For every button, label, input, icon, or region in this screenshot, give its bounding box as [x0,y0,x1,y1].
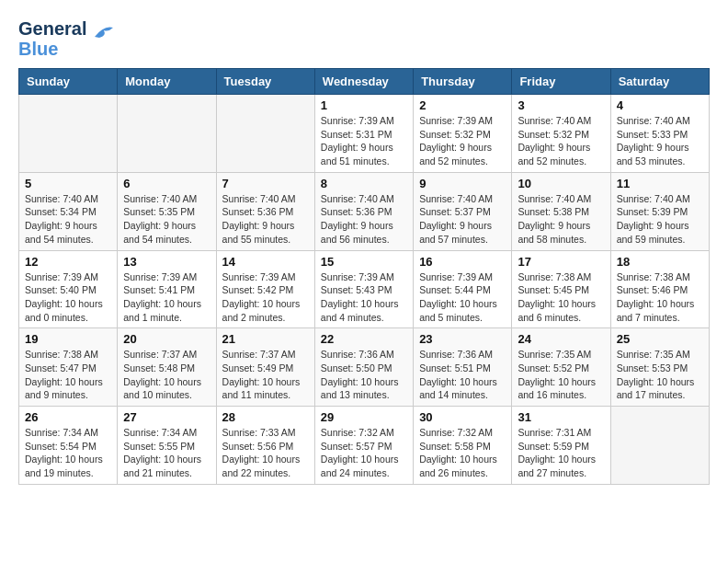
cell-day-info: Sunrise: 7:40 AM Sunset: 5:34 PM Dayligh… [25,192,111,247]
cell-day-number: 7 [222,177,309,190]
cell-day-number: 21 [222,332,309,346]
weekday-header-cell: Sunday [19,69,118,95]
cell-day-info: Sunrise: 7:39 AM Sunset: 5:32 PM Dayligh… [419,114,506,168]
cell-day-number: 16 [419,255,506,269]
calendar-cell: 21Sunrise: 7:37 AM Sunset: 5:49 PM Dayli… [216,328,314,407]
calendar-cell: 28Sunrise: 7:33 AM Sunset: 5:56 PM Dayli… [216,407,314,485]
calendar-cell [610,407,709,485]
calendar-week-row: 26Sunrise: 7:34 AM Sunset: 5:54 PM Dayli… [19,407,710,485]
calendar-cell: 9Sunrise: 7:40 AM Sunset: 5:37 PM Daylig… [414,172,512,250]
cell-day-info: Sunrise: 7:35 AM Sunset: 5:52 PM Dayligh… [518,348,604,402]
calendar-cell: 31Sunrise: 7:31 AM Sunset: 5:59 PM Dayli… [512,407,610,485]
logo: GeneralBlue [18,18,118,59]
cell-day-info: Sunrise: 7:40 AM Sunset: 5:37 PM Dayligh… [419,192,506,247]
cell-day-number: 27 [123,410,210,424]
calendar-cell: 18Sunrise: 7:38 AM Sunset: 5:46 PM Dayli… [610,250,709,328]
calendar-cell: 14Sunrise: 7:39 AM Sunset: 5:42 PM Dayli… [216,250,314,328]
cell-day-info: Sunrise: 7:34 AM Sunset: 5:54 PM Dayligh… [25,426,111,480]
calendar-cell: 3Sunrise: 7:40 AM Sunset: 5:32 PM Daylig… [512,95,610,173]
cell-day-info: Sunrise: 7:39 AM Sunset: 5:41 PM Dayligh… [123,270,210,325]
calendar-week-row: 1Sunrise: 7:39 AM Sunset: 5:31 PM Daylig… [19,95,710,173]
cell-day-number: 14 [222,255,309,269]
cell-day-info: Sunrise: 7:40 AM Sunset: 5:36 PM Dayligh… [222,192,309,247]
calendar-table: SundayMondayTuesdayWednesdayThursdayFrid… [18,68,710,485]
cell-day-number: 5 [25,177,111,190]
calendar-cell: 12Sunrise: 7:39 AM Sunset: 5:40 PM Dayli… [19,250,118,328]
cell-day-number: 18 [617,255,703,269]
cell-day-number: 4 [617,98,703,112]
cell-day-info: Sunrise: 7:39 AM Sunset: 5:31 PM Dayligh… [321,114,407,168]
cell-day-number: 2 [419,98,506,112]
cell-day-number: 26 [25,410,111,424]
cell-day-number: 1 [321,98,407,112]
calendar-cell: 10Sunrise: 7:40 AM Sunset: 5:38 PM Dayli… [512,172,610,250]
cell-day-info: Sunrise: 7:38 AM Sunset: 5:47 PM Dayligh… [25,348,111,402]
cell-day-info: Sunrise: 7:34 AM Sunset: 5:55 PM Dayligh… [123,426,210,480]
cell-day-number: 19 [25,332,111,346]
cell-day-info: Sunrise: 7:40 AM Sunset: 5:36 PM Dayligh… [321,192,407,247]
calendar-cell: 30Sunrise: 7:32 AM Sunset: 5:58 PM Dayli… [414,407,512,485]
cell-day-info: Sunrise: 7:39 AM Sunset: 5:43 PM Dayligh… [321,270,407,325]
cell-day-number: 30 [419,410,506,424]
cell-day-info: Sunrise: 7:39 AM Sunset: 5:44 PM Dayligh… [419,270,506,325]
cell-day-number: 17 [518,255,604,269]
calendar-week-row: 12Sunrise: 7:39 AM Sunset: 5:40 PM Dayli… [19,250,710,328]
cell-day-info: Sunrise: 7:37 AM Sunset: 5:48 PM Dayligh… [123,348,210,402]
calendar-cell: 7Sunrise: 7:40 AM Sunset: 5:36 PM Daylig… [216,172,314,250]
calendar-cell: 29Sunrise: 7:32 AM Sunset: 5:57 PM Dayli… [314,407,413,485]
cell-day-number: 22 [321,332,407,346]
cell-day-info: Sunrise: 7:39 AM Sunset: 5:40 PM Dayligh… [25,270,111,325]
calendar-week-row: 5Sunrise: 7:40 AM Sunset: 5:34 PM Daylig… [19,172,710,250]
weekday-header-cell: Tuesday [216,69,314,95]
cell-day-info: Sunrise: 7:40 AM Sunset: 5:39 PM Dayligh… [617,192,703,247]
cell-day-info: Sunrise: 7:32 AM Sunset: 5:57 PM Dayligh… [321,426,407,480]
calendar-cell: 19Sunrise: 7:38 AM Sunset: 5:47 PM Dayli… [19,328,118,407]
calendar-cell: 22Sunrise: 7:36 AM Sunset: 5:50 PM Dayli… [314,328,413,407]
cell-day-info: Sunrise: 7:40 AM Sunset: 5:38 PM Dayligh… [518,192,604,247]
weekday-header-cell: Thursday [414,69,512,95]
cell-day-info: Sunrise: 7:36 AM Sunset: 5:51 PM Dayligh… [419,348,506,402]
calendar-cell: 16Sunrise: 7:39 AM Sunset: 5:44 PM Dayli… [414,250,512,328]
cell-day-info: Sunrise: 7:35 AM Sunset: 5:53 PM Dayligh… [617,348,703,402]
calendar-cell [19,95,118,173]
cell-day-info: Sunrise: 7:40 AM Sunset: 5:35 PM Dayligh… [123,192,210,247]
cell-day-number: 13 [123,255,210,269]
cell-day-number: 10 [518,177,604,190]
logo-text: GeneralBlue [18,18,86,59]
calendar-week-row: 19Sunrise: 7:38 AM Sunset: 5:47 PM Dayli… [19,328,710,407]
cell-day-number: 25 [617,332,703,346]
calendar-cell: 23Sunrise: 7:36 AM Sunset: 5:51 PM Dayli… [414,328,512,407]
calendar-cell: 13Sunrise: 7:39 AM Sunset: 5:41 PM Dayli… [118,250,216,328]
cell-day-info: Sunrise: 7:40 AM Sunset: 5:32 PM Dayligh… [518,114,604,168]
cell-day-info: Sunrise: 7:38 AM Sunset: 5:46 PM Dayligh… [617,270,703,325]
calendar-cell: 25Sunrise: 7:35 AM Sunset: 5:53 PM Dayli… [610,328,709,407]
cell-day-info: Sunrise: 7:38 AM Sunset: 5:45 PM Dayligh… [518,270,604,325]
cell-day-info: Sunrise: 7:36 AM Sunset: 5:50 PM Dayligh… [321,348,407,402]
cell-day-info: Sunrise: 7:39 AM Sunset: 5:42 PM Dayligh… [222,270,309,325]
cell-day-number: 24 [518,332,604,346]
cell-day-number: 11 [617,177,703,190]
cell-day-info: Sunrise: 7:31 AM Sunset: 5:59 PM Dayligh… [518,426,604,480]
cell-day-number: 6 [123,177,210,190]
calendar-body: 1Sunrise: 7:39 AM Sunset: 5:31 PM Daylig… [19,95,710,485]
cell-day-number: 9 [419,177,506,190]
cell-day-info: Sunrise: 7:32 AM Sunset: 5:58 PM Dayligh… [419,426,506,480]
weekday-header-cell: Saturday [610,69,709,95]
cell-day-number: 23 [419,332,506,346]
calendar-cell: 11Sunrise: 7:40 AM Sunset: 5:39 PM Dayli… [610,172,709,250]
logo-bird-icon [90,23,118,41]
logo-blue: Blue [18,39,58,59]
calendar-cell: 27Sunrise: 7:34 AM Sunset: 5:55 PM Dayli… [118,407,216,485]
cell-day-number: 8 [321,177,407,190]
cell-day-info: Sunrise: 7:37 AM Sunset: 5:49 PM Dayligh… [222,348,309,402]
page-header: GeneralBlue [18,18,710,59]
calendar-cell: 24Sunrise: 7:35 AM Sunset: 5:52 PM Dayli… [512,328,610,407]
cell-day-number: 15 [321,255,407,269]
calendar-cell [118,95,216,173]
cell-day-number: 31 [518,410,604,424]
calendar-cell: 1Sunrise: 7:39 AM Sunset: 5:31 PM Daylig… [314,95,413,173]
calendar-cell: 4Sunrise: 7:40 AM Sunset: 5:33 PM Daylig… [610,95,709,173]
cell-day-number: 28 [222,410,309,424]
weekday-header-cell: Monday [118,69,216,95]
calendar-cell: 6Sunrise: 7:40 AM Sunset: 5:35 PM Daylig… [118,172,216,250]
